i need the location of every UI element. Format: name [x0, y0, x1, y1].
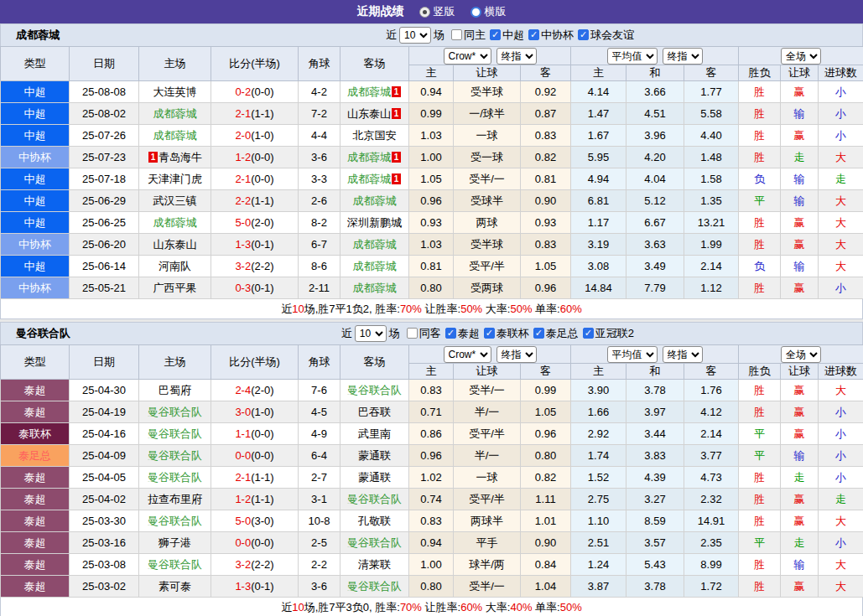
fulltime-score: 2-0 — [235, 129, 251, 142]
avg-odds-home: 4.94 — [571, 168, 626, 190]
odds-time-select[interactable]: 终指 — [663, 48, 703, 65]
radio-selected-icon[interactable] — [419, 7, 430, 18]
filter-checkbox-泰足总[interactable]: 泰足总 — [533, 326, 579, 341]
summary-segment: 10 — [292, 303, 304, 315]
avg-odds-away: 1.35 — [684, 190, 739, 212]
result-handicap: 输 — [781, 103, 819, 125]
odds-away: 1.01 — [521, 510, 571, 532]
checkbox-checked-icon[interactable] — [578, 29, 589, 40]
layout-radio-horizontal[interactable]: 横版 — [470, 4, 507, 19]
result-handicap: 赢 — [781, 125, 819, 147]
filter-checkbox-亚冠联2[interactable]: 亚冠联2 — [583, 326, 634, 341]
odds-away: 0.99 — [521, 380, 571, 401]
checkbox-unchecked-icon[interactable] — [451, 29, 462, 40]
odds-home: 0.80 — [409, 576, 454, 598]
away-team-cell: 武里南 — [341, 423, 409, 445]
odds-time-select[interactable]: 终指 — [496, 48, 537, 65]
avg-odds-home: 2.51 — [571, 532, 626, 554]
result-goals: 小 — [819, 103, 863, 125]
avg-odds-away: 2.32 — [684, 489, 739, 510]
checkbox-unchecked-icon[interactable] — [407, 328, 418, 339]
average-select[interactable]: 平均值 — [607, 48, 658, 65]
games-count-select[interactable]: 10 — [399, 27, 431, 44]
filter-checkbox-中协杯[interactable]: 中协杯 — [528, 28, 574, 43]
avg-odds-home: 1.74 — [571, 445, 626, 467]
league-type: 中协杯 — [1, 277, 70, 299]
odds-away: 0.82 — [521, 467, 571, 489]
halftime-score: (0-0) — [251, 449, 273, 462]
home-team-cell: 成都蓉城 — [139, 125, 211, 147]
avg-odds-away: 2.14 — [684, 423, 739, 445]
avg-odds-away: 13.21 — [684, 212, 739, 234]
avg-odds-draw: 7.79 — [626, 277, 684, 299]
red-card-badge: 1 — [148, 152, 158, 163]
checkbox-label: 中协杯 — [541, 28, 574, 43]
halftime-score: (3-0) — [251, 515, 273, 527]
result-win-draw-loss: 胜 — [739, 147, 781, 168]
average-select[interactable]: 平均值 — [607, 346, 658, 363]
match-date: 25-03-16 — [70, 532, 139, 554]
filter-checkbox-球会友谊[interactable]: 球会友谊 — [578, 28, 634, 43]
checkbox-label: 泰超 — [458, 326, 480, 341]
handicap-line: 受平/半 — [454, 423, 521, 445]
period-select[interactable]: 全场 — [781, 48, 821, 65]
checkbox-checked-icon[interactable] — [445, 328, 456, 339]
league-filter-checkboxes: 同主中超中协杯球会友谊 — [447, 28, 634, 44]
filter-checkbox-同客[interactable]: 同客 — [407, 326, 441, 341]
games-count-select[interactable]: 10 — [355, 325, 387, 342]
home-team-cell: 武汉三镇 — [139, 190, 211, 212]
corner-count: 2-6 — [299, 190, 341, 212]
corner-count: 7-6 — [299, 380, 341, 401]
bookmaker-select[interactable]: Crow* — [444, 346, 491, 363]
checkbox-checked-icon[interactable] — [533, 328, 544, 339]
halftime-score: (2-0) — [251, 384, 273, 396]
checkbox-checked-icon[interactable] — [528, 29, 539, 40]
corner-count: 2-11 — [299, 277, 341, 299]
result-group-header: 全场 — [739, 345, 863, 364]
odds-time-select[interactable]: 终指 — [496, 346, 537, 363]
result-goals: 大 — [819, 576, 863, 598]
filter-checkbox-中超[interactable]: 中超 — [490, 28, 524, 43]
result-handicap: 赢 — [781, 423, 819, 445]
halftime-score: (2-0) — [251, 216, 273, 229]
avg-odds-home: 3.90 — [571, 380, 626, 401]
checkbox-checked-icon[interactable] — [490, 29, 501, 40]
avg-odds-draw: 3.78 — [626, 380, 684, 401]
avg-odds-home: 1.10 — [571, 510, 626, 532]
league-type: 泰超 — [1, 554, 70, 576]
summary-segment: 单率: — [532, 600, 559, 615]
result-handicap: 赢 — [781, 510, 819, 532]
sub-header-avg-home: 主 — [571, 364, 626, 380]
filter-checkbox-泰超[interactable]: 泰超 — [445, 326, 480, 341]
checkbox-checked-icon[interactable] — [583, 328, 594, 339]
result-goals: 小 — [819, 401, 863, 423]
odds-away: 0.87 — [521, 103, 571, 125]
avg-odds-draw: 8.59 — [626, 510, 684, 532]
odds-time-select[interactable]: 终指 — [663, 346, 703, 363]
period-select[interactable]: 全场 — [781, 346, 821, 363]
layout-radio-vertical[interactable]: 竖版 — [419, 4, 455, 19]
sub-header-result-goals: 进球数 — [819, 65, 863, 81]
league-type: 泰联杯 — [1, 423, 70, 445]
avg-odds-away: 14.91 — [684, 510, 739, 532]
page: 近期战绩 竖版 横版 成都蓉城 近 10 场 同主中超中协杯球会友谊 — [0, 0, 863, 616]
odds-home: 1.00 — [409, 554, 454, 576]
result-win-draw-loss: 负 — [739, 256, 781, 277]
bookmaker-select[interactable]: Crow* — [444, 48, 491, 65]
result-handicap: 赢 — [781, 234, 819, 256]
avg-odds-away: 1.12 — [684, 277, 739, 299]
match-row: 泰足总 25-04-09 曼谷联合队 0-0(0-0) 6-4 蒙通联 0.96… — [1, 445, 863, 467]
odds-away: 1.05 — [521, 256, 571, 277]
match-date: 25-07-23 — [70, 147, 139, 168]
halftime-score: (0-1) — [251, 580, 273, 593]
summary-segment: 大率: — [482, 302, 510, 317]
avg-odds-draw: 3.44 — [626, 423, 684, 445]
score-cell: 5-0(2-0) — [211, 212, 299, 234]
home-team-name: 广西平果 — [153, 282, 197, 294]
filter-checkbox-泰联杯[interactable]: 泰联杯 — [484, 326, 529, 341]
checkbox-checked-icon[interactable] — [484, 328, 495, 339]
home-team-name: 山东泰山 — [153, 238, 197, 251]
filter-checkbox-同主[interactable]: 同主 — [451, 28, 486, 43]
radio-unselected-icon[interactable] — [470, 7, 481, 18]
match-row: 泰超 25-03-30 曼谷联合队 5-0(3-0) 10-8 孔敬联 0.83… — [1, 510, 863, 532]
